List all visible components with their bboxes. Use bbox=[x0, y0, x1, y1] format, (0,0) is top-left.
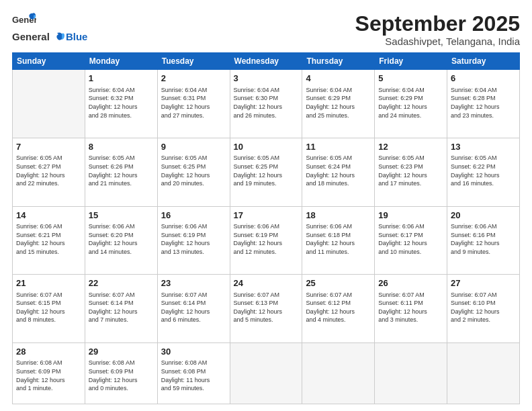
day-number: 13 bbox=[451, 141, 516, 153]
col-monday: Monday bbox=[85, 53, 157, 70]
day-info: Sunrise: 6:06 AM Sunset: 6:17 PM Dayligh… bbox=[378, 222, 443, 256]
table-row: 25Sunrise: 6:07 AM Sunset: 6:12 PM Dayli… bbox=[302, 275, 375, 343]
table-row: 3Sunrise: 6:04 AM Sunset: 6:30 PM Daylig… bbox=[230, 70, 302, 138]
day-number: 9 bbox=[161, 141, 226, 153]
day-number: 20 bbox=[451, 210, 516, 222]
day-info: Sunrise: 6:07 AM Sunset: 6:14 PM Dayligh… bbox=[161, 291, 226, 324]
table-row bbox=[302, 342, 375, 404]
table-row: 26Sunrise: 6:07 AM Sunset: 6:11 PM Dayli… bbox=[375, 275, 447, 343]
day-number: 21 bbox=[16, 277, 81, 289]
table-row bbox=[230, 342, 302, 404]
logo-bird-icon bbox=[50, 32, 65, 42]
logo: General General Blue bbox=[12, 12, 87, 42]
table-row: 29Sunrise: 6:08 AM Sunset: 6:09 PM Dayli… bbox=[85, 342, 157, 404]
table-row: 16Sunrise: 6:06 AM Sunset: 6:19 PM Dayli… bbox=[157, 206, 230, 275]
table-row: 21Sunrise: 6:07 AM Sunset: 6:15 PM Dayli… bbox=[13, 275, 85, 343]
table-row: 9Sunrise: 6:05 AM Sunset: 6:25 PM Daylig… bbox=[157, 138, 230, 206]
table-row: 14Sunrise: 6:06 AM Sunset: 6:21 PM Dayli… bbox=[13, 206, 85, 275]
day-info: Sunrise: 6:04 AM Sunset: 6:29 PM Dayligh… bbox=[306, 86, 371, 120]
day-info: Sunrise: 6:04 AM Sunset: 6:28 PM Dayligh… bbox=[451, 86, 516, 120]
day-number: 22 bbox=[89, 277, 154, 289]
day-number: 28 bbox=[16, 346, 81, 358]
col-sunday: Sunday bbox=[13, 53, 85, 70]
day-info: Sunrise: 6:06 AM Sunset: 6:20 PM Dayligh… bbox=[89, 222, 154, 256]
day-info: Sunrise: 6:07 AM Sunset: 6:11 PM Dayligh… bbox=[378, 291, 443, 324]
day-number: 19 bbox=[378, 210, 443, 222]
table-row: 27Sunrise: 6:07 AM Sunset: 6:10 PM Dayli… bbox=[447, 275, 520, 343]
col-friday: Friday bbox=[375, 53, 447, 70]
table-row: 22Sunrise: 6:07 AM Sunset: 6:14 PM Dayli… bbox=[85, 275, 157, 343]
logo-blue-text: Blue bbox=[66, 31, 88, 42]
day-number: 29 bbox=[89, 346, 154, 358]
table-row: 18Sunrise: 6:06 AM Sunset: 6:18 PM Dayli… bbox=[302, 206, 375, 275]
table-row: 10Sunrise: 6:05 AM Sunset: 6:25 PM Dayli… bbox=[230, 138, 302, 206]
day-number: 2 bbox=[161, 73, 226, 85]
table-row: 23Sunrise: 6:07 AM Sunset: 6:14 PM Dayli… bbox=[157, 275, 230, 343]
header: General General Blue September 2025 Sada… bbox=[12, 12, 520, 47]
day-number: 24 bbox=[234, 277, 299, 289]
day-info: Sunrise: 6:07 AM Sunset: 6:13 PM Dayligh… bbox=[234, 291, 299, 324]
table-row: 15Sunrise: 6:06 AM Sunset: 6:20 PM Dayli… bbox=[85, 206, 157, 275]
day-info: Sunrise: 6:05 AM Sunset: 6:23 PM Dayligh… bbox=[378, 154, 443, 187]
day-info: Sunrise: 6:07 AM Sunset: 6:15 PM Dayligh… bbox=[16, 291, 81, 324]
calendar-week-row: 21Sunrise: 6:07 AM Sunset: 6:15 PM Dayli… bbox=[13, 275, 520, 343]
table-row: 19Sunrise: 6:06 AM Sunset: 6:17 PM Dayli… bbox=[375, 206, 447, 275]
col-tuesday: Tuesday bbox=[157, 53, 230, 70]
day-info: Sunrise: 6:05 AM Sunset: 6:26 PM Dayligh… bbox=[89, 154, 154, 187]
table-row: 7Sunrise: 6:05 AM Sunset: 6:27 PM Daylig… bbox=[13, 138, 85, 206]
table-row: 30Sunrise: 6:08 AM Sunset: 6:08 PM Dayli… bbox=[157, 342, 230, 404]
day-number: 4 bbox=[306, 73, 371, 85]
day-number: 16 bbox=[161, 210, 226, 222]
day-number: 17 bbox=[234, 210, 299, 222]
table-row: 12Sunrise: 6:05 AM Sunset: 6:23 PM Dayli… bbox=[375, 138, 447, 206]
day-info: Sunrise: 6:07 AM Sunset: 6:12 PM Dayligh… bbox=[306, 291, 371, 324]
calendar-week-row: 14Sunrise: 6:06 AM Sunset: 6:21 PM Dayli… bbox=[13, 206, 520, 275]
table-row: 17Sunrise: 6:06 AM Sunset: 6:19 PM Dayli… bbox=[230, 206, 302, 275]
table-row: 13Sunrise: 6:05 AM Sunset: 6:22 PM Dayli… bbox=[447, 138, 520, 206]
day-number: 1 bbox=[89, 73, 154, 85]
calendar-week-row: 7Sunrise: 6:05 AM Sunset: 6:27 PM Daylig… bbox=[13, 138, 520, 206]
location-subtitle: Sadashivpet, Telangana, India bbox=[355, 36, 520, 47]
table-row: 20Sunrise: 6:06 AM Sunset: 6:16 PM Dayli… bbox=[447, 206, 520, 275]
day-info: Sunrise: 6:05 AM Sunset: 6:24 PM Dayligh… bbox=[306, 154, 371, 187]
day-info: Sunrise: 6:05 AM Sunset: 6:27 PM Dayligh… bbox=[16, 154, 81, 187]
col-thursday: Thursday bbox=[302, 53, 375, 70]
day-info: Sunrise: 6:06 AM Sunset: 6:19 PM Dayligh… bbox=[234, 222, 299, 256]
day-info: Sunrise: 6:04 AM Sunset: 6:31 PM Dayligh… bbox=[161, 86, 226, 120]
calendar-table: Sunday Monday Tuesday Wednesday Thursday… bbox=[12, 52, 520, 404]
day-info: Sunrise: 6:06 AM Sunset: 6:19 PM Dayligh… bbox=[161, 222, 226, 256]
table-row: 5Sunrise: 6:04 AM Sunset: 6:29 PM Daylig… bbox=[375, 70, 447, 138]
table-row bbox=[375, 342, 447, 404]
logo-general-text: General bbox=[12, 31, 50, 42]
calendar-header-row: Sunday Monday Tuesday Wednesday Thursday… bbox=[13, 53, 520, 70]
day-info: Sunrise: 6:08 AM Sunset: 6:08 PM Dayligh… bbox=[161, 359, 226, 392]
day-info: Sunrise: 6:06 AM Sunset: 6:16 PM Dayligh… bbox=[451, 222, 516, 256]
calendar-week-row: 28Sunrise: 6:08 AM Sunset: 6:09 PM Dayli… bbox=[13, 342, 520, 404]
day-info: Sunrise: 6:04 AM Sunset: 6:30 PM Dayligh… bbox=[234, 86, 299, 120]
table-row: 24Sunrise: 6:07 AM Sunset: 6:13 PM Dayli… bbox=[230, 275, 302, 343]
table-row: 8Sunrise: 6:05 AM Sunset: 6:26 PM Daylig… bbox=[85, 138, 157, 206]
day-number: 18 bbox=[306, 210, 371, 222]
day-info: Sunrise: 6:05 AM Sunset: 6:25 PM Dayligh… bbox=[234, 154, 299, 187]
table-row: 28Sunrise: 6:08 AM Sunset: 6:09 PM Dayli… bbox=[13, 342, 85, 404]
page: General General Blue September 2025 Sada… bbox=[0, 0, 532, 411]
day-number: 25 bbox=[306, 277, 371, 289]
day-number: 15 bbox=[89, 210, 154, 222]
day-number: 26 bbox=[378, 277, 443, 289]
day-number: 27 bbox=[451, 277, 516, 289]
day-info: Sunrise: 6:06 AM Sunset: 6:21 PM Dayligh… bbox=[16, 222, 81, 256]
col-wednesday: Wednesday bbox=[230, 53, 302, 70]
day-info: Sunrise: 6:05 AM Sunset: 6:25 PM Dayligh… bbox=[161, 154, 226, 187]
day-number: 8 bbox=[89, 141, 154, 153]
table-row: 2Sunrise: 6:04 AM Sunset: 6:31 PM Daylig… bbox=[157, 70, 230, 138]
table-row bbox=[447, 342, 520, 404]
table-row: 11Sunrise: 6:05 AM Sunset: 6:24 PM Dayli… bbox=[302, 138, 375, 206]
logo-icon: General bbox=[12, 12, 36, 31]
col-saturday: Saturday bbox=[447, 53, 520, 70]
day-number: 23 bbox=[161, 277, 226, 289]
day-number: 14 bbox=[16, 210, 81, 222]
table-row bbox=[13, 70, 85, 138]
table-row: 6Sunrise: 6:04 AM Sunset: 6:28 PM Daylig… bbox=[447, 70, 520, 138]
day-info: Sunrise: 6:04 AM Sunset: 6:29 PM Dayligh… bbox=[378, 86, 443, 120]
table-row: 4Sunrise: 6:04 AM Sunset: 6:29 PM Daylig… bbox=[302, 70, 375, 138]
